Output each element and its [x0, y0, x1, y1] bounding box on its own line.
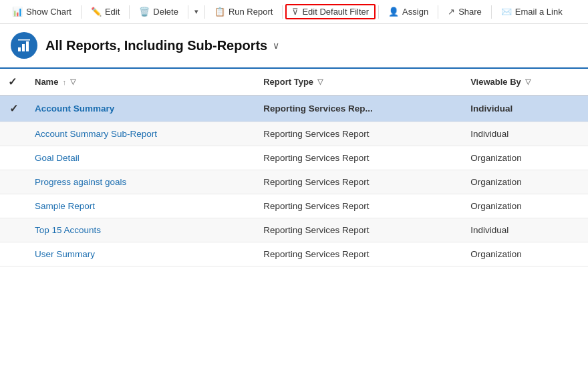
row-report-type-cell: Reporting Services Report [255, 194, 462, 218]
delete-button[interactable]: 🗑️ Delete [132, 4, 185, 19]
edit-default-filter-button[interactable]: ⊽ Edit Default Filter [285, 4, 376, 19]
divider-4 [204, 5, 205, 19]
divider-7 [438, 5, 438, 19]
table-row[interactable]: Sample ReportReporting Services ReportOr… [0, 194, 588, 218]
table-row[interactable]: Account Summary Sub-ReportReporting Serv… [0, 122, 588, 146]
run-report-button[interactable]: 📋 Run Report [208, 4, 279, 19]
row-check-cell[interactable] [0, 170, 27, 194]
row-name-link[interactable]: Sample Report [35, 201, 95, 211]
row-check-cell[interactable] [0, 242, 27, 266]
row-name-link[interactable]: Goal Detail [35, 153, 80, 163]
row-report-type-cell: Reporting Services Report [255, 218, 462, 242]
table-row[interactable]: Top 15 AccountsReporting Services Report… [0, 218, 588, 242]
divider-1 [81, 5, 82, 19]
row-report-type-cell: Reporting Services Report [255, 146, 462, 170]
run-report-icon: 📋 [214, 7, 225, 17]
name-sort-icon[interactable]: ↑ [62, 78, 66, 86]
row-viewable-by-cell: Organization [462, 170, 588, 194]
edit-button[interactable]: ✏️ Edit [84, 4, 126, 19]
table-row[interactable]: Goal DetailReporting Services ReportOrga… [0, 146, 588, 170]
report-type-column-header: Report Type ▽ [255, 68, 462, 96]
row-name-cell: Top 15 Accounts [27, 218, 255, 242]
row-report-type-cell: Reporting Services Report [255, 170, 462, 194]
row-name-cell: Goal Detail [27, 146, 255, 170]
email-link-button[interactable]: ✉️ Email a Link [494, 4, 569, 19]
reports-table: ✓ Name ↑ ▽ Report Type ▽ [0, 67, 588, 266]
row-checkmark: ✓ [9, 103, 18, 114]
page-icon [11, 32, 37, 59]
row-name-link[interactable]: Account Summary Sub-Report [35, 129, 157, 139]
name-filter-icon[interactable]: ▽ [70, 77, 76, 86]
row-name-link[interactable]: Progress against goals [35, 177, 126, 187]
email-icon: ✉️ [501, 7, 512, 17]
row-name-link[interactable]: Top 15 Accounts [35, 225, 101, 235]
table-header-row: ✓ Name ↑ ▽ Report Type ▽ [0, 68, 588, 96]
assign-icon: 👤 [388, 7, 399, 17]
row-report-type-cell: Reporting Services Rep... [255, 96, 462, 122]
more-options-button[interactable]: ▾ [191, 5, 202, 19]
row-name-cell: Account Summary [27, 96, 255, 122]
show-chart-button[interactable]: 📊 Show Chart [5, 4, 78, 19]
svg-rect-0 [18, 47, 21, 51]
row-viewable-by-cell: Individual [462, 218, 588, 242]
row-name-link[interactable]: User Summary [35, 249, 95, 259]
divider-2 [129, 5, 130, 19]
svg-rect-3 [18, 39, 30, 41]
table-row[interactable]: Progress against goalsReporting Services… [0, 170, 588, 194]
table-row[interactable]: ✓Account SummaryReporting Services Rep..… [0, 96, 588, 122]
divider-8 [491, 5, 492, 19]
row-viewable-by-cell: Individual [462, 122, 588, 146]
name-column-header: Name ↑ ▽ [27, 68, 255, 96]
row-viewable-by-cell: Organization [462, 242, 588, 266]
row-check-cell[interactable] [0, 122, 27, 146]
divider-6 [378, 5, 379, 19]
viewable-by-filter-icon[interactable]: ▽ [525, 77, 531, 86]
page-title-chevron[interactable]: ∨ [273, 40, 279, 51]
row-viewable-by-cell: Individual [462, 96, 588, 122]
row-check-cell[interactable] [0, 146, 27, 170]
page-title-area: All Reports, Including Sub-Reports ∨ [45, 38, 279, 53]
chart-icon: 📊 [12, 7, 23, 17]
delete-icon: 🗑️ [139, 7, 150, 17]
share-icon: ↗ [448, 7, 455, 17]
table-body: ✓Account SummaryReporting Services Rep..… [0, 96, 588, 266]
row-check-cell[interactable] [0, 194, 27, 218]
row-check-cell[interactable]: ✓ [0, 96, 27, 122]
row-name-cell: User Summary [27, 242, 255, 266]
page-title: All Reports, Including Sub-Reports [45, 38, 267, 53]
row-viewable-by-cell: Organization [462, 194, 588, 218]
filter-icon: ⊽ [292, 7, 299, 17]
toolbar: 📊 Show Chart ✏️ Edit 🗑️ Delete ▾ 📋 Run R… [0, 0, 588, 24]
reports-table-container: ✓ Name ↑ ▽ Report Type ▽ [0, 67, 588, 266]
table-row[interactable]: User SummaryReporting Services ReportOrg… [0, 242, 588, 266]
report-type-filter-icon[interactable]: ▽ [317, 77, 323, 86]
row-name-link[interactable]: Account Summary [35, 104, 114, 114]
row-check-cell[interactable] [0, 218, 27, 242]
divider-5 [282, 5, 283, 19]
row-name-cell: Account Summary Sub-Report [27, 122, 255, 146]
viewable-by-column-header: Viewable By ▽ [462, 68, 588, 96]
row-name-cell: Sample Report [27, 194, 255, 218]
edit-icon: ✏️ [91, 7, 102, 17]
page-header: All Reports, Including Sub-Reports ∨ [0, 24, 588, 67]
divider-3 [188, 5, 188, 19]
check-column-header: ✓ [0, 68, 27, 96]
assign-button[interactable]: 👤 Assign [382, 4, 435, 19]
row-report-type-cell: Reporting Services Report [255, 122, 462, 146]
row-report-type-cell: Reporting Services Report [255, 242, 462, 266]
svg-rect-1 [22, 44, 25, 51]
share-button[interactable]: ↗ Share [441, 4, 488, 19]
row-name-cell: Progress against goals [27, 170, 255, 194]
row-viewable-by-cell: Organization [462, 146, 588, 170]
svg-rect-2 [26, 41, 29, 51]
